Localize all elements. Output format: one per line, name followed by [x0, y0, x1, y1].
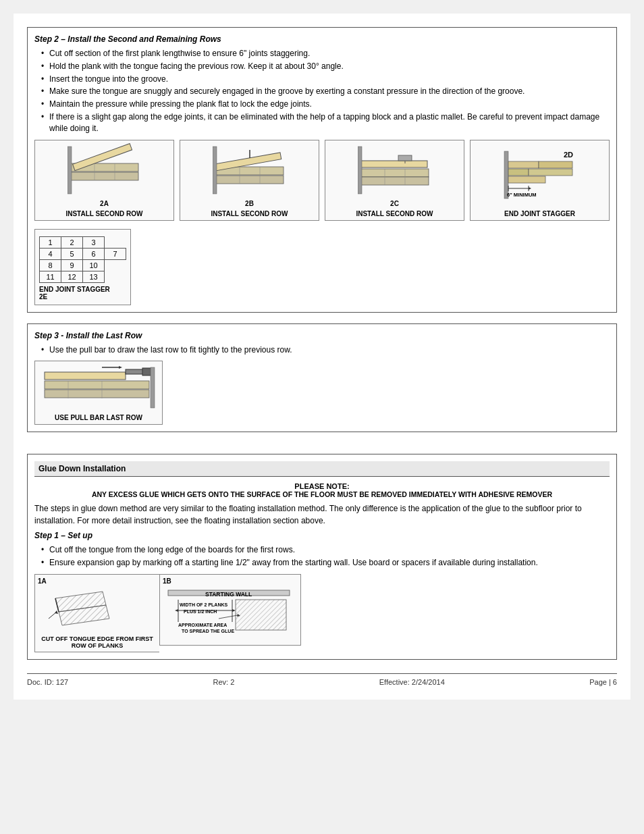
table-cell: 13 — [83, 271, 105, 282]
svg-rect-25 — [508, 169, 529, 176]
diagram-2A-label: INSTALL SECOND ROW — [38, 210, 171, 217]
table-row: 11 12 13 — [40, 271, 126, 282]
glue-step1-bullet-1: Cut off the tongue from the long edge of… — [41, 544, 610, 556]
footer-rev: Rev: 2 — [213, 678, 235, 686]
table-row: 4 5 6 7 — [40, 248, 126, 259]
svg-rect-33 — [45, 381, 149, 389]
pullbar-label: USE PULL BAR LAST ROW — [55, 414, 142, 421]
step2-bullet-6: If there is a slight gap along the edge … — [41, 111, 610, 134]
step3-bullet-1: Use the pull bar to draw the last row to… — [41, 344, 610, 356]
step3-section: Step 3 - Install the Last Row Use the pu… — [27, 323, 617, 433]
glue-1B-id: 1B — [163, 577, 171, 585]
step2-diagrams-row: 2A INSTALL SECOND ROW — [34, 140, 610, 221]
svg-rect-24 — [539, 161, 572, 168]
diagram-2A-id: 2A — [38, 200, 171, 207]
diagram-2B-drawing — [183, 143, 316, 197]
glue-step1-bullets: Cut off the tongue from the long edge of… — [34, 544, 610, 569]
page: Step 2 – Install the Second and Remainin… — [14, 14, 630, 700]
footer-doc-id: Doc. ID: 127 — [27, 678, 68, 686]
step3-title: Step 3 - Install the Last Row — [34, 331, 610, 340]
step2-title: Step 2 – Install the Second and Remainin… — [34, 34, 610, 44]
table-cell: 4 — [40, 248, 61, 259]
glue-1A-id: 1A — [38, 577, 47, 585]
diagram-2B-id: 2B — [183, 200, 316, 207]
glue-diagram-1A: 1A — [34, 574, 159, 652]
diagram-2C-drawing — [328, 143, 461, 197]
svg-text:2D: 2D — [564, 151, 573, 159]
svg-rect-23 — [508, 161, 539, 168]
glue-1A-label: CUT OFF TONGUE EDGE FROM FIRST ROW OF PL… — [38, 635, 157, 649]
svg-rect-1 — [71, 172, 138, 180]
please-note: PLEASE NOTE: ANY EXCESS GLUE WHICH GETS … — [34, 482, 610, 498]
diagram-2D: 2D 6" MINIMUM — [470, 140, 610, 221]
stagger-id-2E: 2E — [39, 293, 126, 301]
svg-rect-3 — [68, 147, 72, 194]
step2-bullet-2: Hold the plank with the tongue facing th… — [41, 61, 610, 72]
table-cell: 10 — [83, 259, 105, 271]
svg-rect-16 — [358, 147, 362, 194]
table-cell: 3 — [83, 236, 105, 248]
table-cell: 7 — [105, 248, 126, 259]
diagram-2B: 2B INSTALL SECOND ROW — [180, 140, 319, 221]
note-title: PLEASE NOTE: — [34, 482, 610, 490]
svg-text:PLUS 1/2 INCH: PLUS 1/2 INCH — [184, 609, 217, 614]
svg-text:STARTING WALL: STARTING WALL — [205, 591, 252, 598]
footer: Doc. ID: 127 Rev: 2 Effective: 2/24/2014… — [27, 673, 617, 686]
step2-bullet-4: Make sure the tongue are snuggly and sec… — [41, 86, 610, 97]
svg-marker-54 — [175, 609, 178, 612]
svg-text:APPROXIMATE AREA: APPROXIMATE AREA — [178, 623, 227, 627]
table-cell: 12 — [61, 271, 83, 282]
svg-rect-19 — [398, 155, 412, 161]
diagram-2C: 2C INSTALL SECOND ROW — [325, 140, 464, 221]
svg-rect-9 — [213, 147, 217, 194]
svg-text:TO SPREAD THE GLUE: TO SPREAD THE GLUE — [182, 629, 234, 633]
diagram-2A: 2A INSTALL SECOND ROW — [34, 140, 174, 221]
svg-rect-7 — [216, 176, 284, 184]
glue-intro-text: The steps in glue down method are very s… — [34, 502, 610, 527]
svg-text:6" MINIMUM: 6" MINIMUM — [507, 192, 537, 198]
glue-step1-bullet-2: Ensure expansion gap by marking off a st… — [41, 557, 610, 569]
svg-rect-26 — [529, 169, 572, 176]
diagram-2B-label: INSTALL SECOND ROW — [183, 210, 316, 217]
table-row: 1 2 3 — [40, 236, 126, 248]
svg-rect-35 — [45, 372, 126, 380]
footer-effective: Effective: 2/24/2014 — [379, 678, 445, 686]
diagram-2C-id: 2C — [328, 200, 461, 207]
svg-rect-38 — [151, 367, 155, 408]
svg-marker-40 — [119, 366, 122, 369]
svg-rect-34 — [45, 390, 149, 398]
diagram-2A-drawing — [38, 143, 171, 197]
glue-section-title: Glue Down Installation — [34, 461, 610, 477]
diagram-2C-label: INSTALL SECOND ROW — [328, 210, 461, 217]
glue-diagrams-row: 1A — [34, 574, 610, 652]
svg-line-60 — [219, 615, 238, 619]
table-cell: 9 — [61, 259, 83, 271]
svg-rect-14 — [361, 177, 429, 185]
step2-section: Step 2 – Install the Second and Remainin… — [27, 27, 617, 313]
table-cell: 11 — [40, 271, 61, 282]
stagger-label-2E: END JOINT STAGGER — [39, 286, 126, 293]
svg-rect-15 — [361, 161, 427, 167]
svg-marker-32 — [529, 187, 531, 190]
svg-rect-13 — [361, 169, 429, 177]
step3-bullets: Use the pull bar to draw the last row to… — [34, 344, 610, 356]
step2-bullets: Cut off section of the first plank lengt… — [34, 48, 610, 134]
step2-bullet-3: Insert the tongue into the groove. — [41, 74, 610, 85]
stagger-container-2E: 1 2 3 4 5 6 7 8 9 10 — [34, 229, 131, 305]
stagger-table: 1 2 3 4 5 6 7 8 9 10 — [39, 236, 126, 283]
svg-text:WIDTH OF 2 PLANKS: WIDTH OF 2 PLANKS — [180, 602, 227, 607]
footer-page: Page | 6 — [589, 678, 617, 686]
table-cell: 5 — [61, 248, 83, 259]
glue-section: Glue Down Installation PLEASE NOTE: ANY … — [27, 454, 617, 660]
table-cell: 2 — [61, 236, 83, 248]
table-cell: 1 — [40, 236, 61, 248]
svg-marker-55 — [232, 609, 236, 612]
diagram-2D-label: END JOINT STAGGER — [473, 210, 606, 217]
table-cell: 8 — [40, 259, 61, 271]
table-cell: 6 — [83, 248, 105, 259]
note-body: ANY EXCESS GLUE WHICH GETS ONTO THE SURF… — [34, 490, 610, 498]
glue-diagram-1B: 1B STARTING WALL — [159, 574, 301, 646]
step2-bullet-5: Maintain the pressure while pressing the… — [41, 99, 610, 110]
step2-bullet-1: Cut off section of the first plank lengt… — [41, 48, 610, 59]
svg-rect-57 — [236, 600, 286, 630]
